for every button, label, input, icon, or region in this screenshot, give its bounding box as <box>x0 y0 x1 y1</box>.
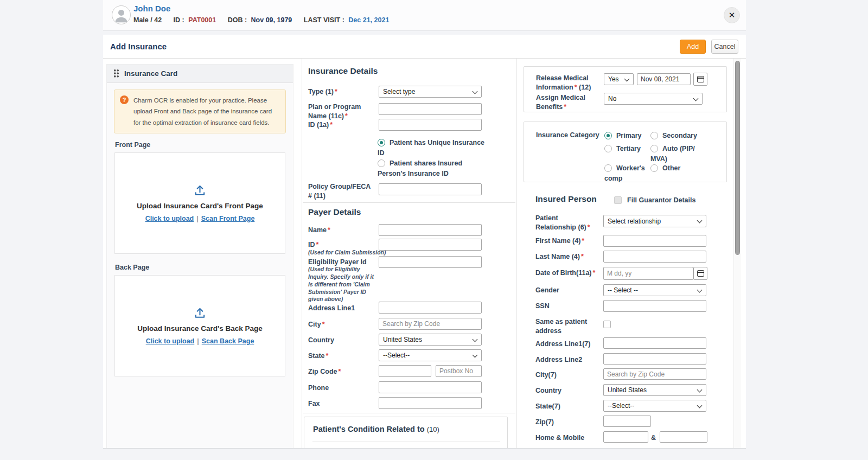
radio-primary[interactable]: Primary <box>604 131 642 141</box>
last-name-label: Last Name (4)* <box>535 252 603 261</box>
condition-number: (10) <box>427 425 439 433</box>
radio-shared-insurance-id[interactable]: Patient shares Insured Person's Insuranc… <box>378 158 485 179</box>
assign-benefits-label: Assign Medical Benefits* <box>536 93 601 112</box>
first-name-input[interactable] <box>603 235 706 247</box>
assign-benefits-select[interactable]: No <box>604 93 703 105</box>
patient-avatar <box>112 5 131 24</box>
payer-postbox-input[interactable] <box>436 365 482 377</box>
payer-phone-label: Phone <box>308 384 375 393</box>
gender-select[interactable]: -- Select -- <box>603 284 706 296</box>
radio-tertiary[interactable]: Tertiary <box>604 144 641 154</box>
release-date-input[interactable] <box>637 73 691 85</box>
eligibility-payer-id-input[interactable] <box>379 256 482 268</box>
payer-country-select[interactable]: United States <box>379 334 482 346</box>
patient-name[interactable]: John Doe <box>133 4 170 13</box>
insured-zip-label: Zip(7) <box>535 418 603 427</box>
payer-name-label: Name* <box>308 226 375 235</box>
payer-address1-label: Address Line1 <box>308 304 375 313</box>
close-button[interactable]: ✕ <box>724 7 740 23</box>
patient-dob-value: Nov 09, 1979 <box>251 16 292 24</box>
insured-zip-input[interactable] <box>603 416 651 427</box>
patient-last-visit-label: LAST VISIT : <box>304 16 344 24</box>
fill-guarantor-row[interactable]: Fill Guarantor Details <box>614 195 695 206</box>
insured-address1-label: Address Line1(7) <box>535 340 603 349</box>
plan-name-input[interactable] <box>379 103 482 115</box>
eligibility-note: (Used for Eligibility Inquiry. Specify o… <box>308 266 379 303</box>
patient-last-visit-value[interactable]: Dec 21, 2021 <box>348 16 389 24</box>
toolbar: Add Insurance Add Cancel <box>103 35 746 59</box>
insurance-id-input[interactable] <box>379 119 482 131</box>
patient-id-label: ID : <box>174 16 184 24</box>
radio-icon <box>650 145 658 152</box>
radio-icon <box>604 145 612 152</box>
patient-header: John Doe Male / 42 ID : PAT0001 DOB : No… <box>103 0 746 31</box>
radio-icon <box>650 132 658 139</box>
release-box: Release Medical Information* (12) Yes As… <box>524 66 727 112</box>
insurance-category-label: Insurance Category <box>536 131 601 140</box>
policy-group-label: Policy Group/FECA # (11) <box>308 182 375 201</box>
insured-address2-input[interactable] <box>603 353 706 365</box>
release-medical-select[interactable]: Yes <box>604 73 634 85</box>
info-icon: ? <box>120 95 129 104</box>
insured-country-select[interactable]: United States <box>603 384 706 396</box>
calendar-icon <box>697 270 704 277</box>
insured-address1-input[interactable] <box>603 337 706 349</box>
payer-state-select[interactable]: --Select-- <box>379 349 482 361</box>
drag-handle-icon[interactable] <box>113 69 119 78</box>
payer-address1-input[interactable] <box>379 302 482 314</box>
back-scan-link[interactable]: Scan Back Page <box>202 337 254 345</box>
back-click-to-upload-link[interactable]: Click to upload <box>146 337 195 345</box>
type-select[interactable]: Select type <box>379 86 482 98</box>
gender-label: Gender <box>535 286 603 295</box>
ssn-input[interactable] <box>603 300 706 312</box>
same-address-checkbox[interactable] <box>603 321 611 328</box>
payer-fax-label: Fax <box>308 399 375 408</box>
payer-zip-input[interactable] <box>379 365 431 377</box>
insured-dob-calendar-button[interactable] <box>693 267 707 280</box>
front-click-to-upload-link[interactable]: Click to upload <box>145 215 194 222</box>
insured-city-input[interactable] <box>603 368 706 380</box>
ocr-notice-text: Charm OCR is enabled for your practice. … <box>133 97 272 126</box>
radio-auto[interactable]: Auto (PIP/ MVA) <box>650 144 700 164</box>
payer-fax-input[interactable] <box>379 397 482 409</box>
radio-unique-insurance-id[interactable]: Patient has Unique Insurance ID <box>378 138 486 158</box>
section-title-insured-person: Insured Person <box>535 194 597 204</box>
radio-secondary[interactable]: Secondary <box>650 131 697 141</box>
last-name-input[interactable] <box>603 251 706 263</box>
payer-id-input[interactable] <box>379 239 482 251</box>
plan-name-label: Plan or Program Name (11c)* <box>308 103 375 121</box>
section-divider <box>303 413 515 413</box>
condition-divider <box>312 442 500 442</box>
cancel-button[interactable]: Cancel <box>711 40 738 54</box>
chevron-down-icon <box>697 387 703 393</box>
mobile-phone-input[interactable] <box>660 431 707 443</box>
chevron-down-icon <box>697 288 703 293</box>
insurance-id-label: ID (1a)* <box>308 120 375 130</box>
guarantor-checkbox[interactable] <box>614 196 622 204</box>
section-title-payer-details: Payer Details <box>308 207 361 217</box>
first-name-label: First Name (4)* <box>535 237 603 246</box>
release-date-calendar-button[interactable] <box>693 73 707 86</box>
add-button[interactable]: Add <box>680 40 706 54</box>
patient-meta: Male / 42 ID : PAT0001 DOB : Nov 09, 197… <box>133 16 389 24</box>
payer-phone-input[interactable] <box>379 381 482 393</box>
ssn-label: SSN <box>535 302 603 311</box>
back-upload-text: Upload Insurance Card's Back Page <box>137 324 263 333</box>
insured-state-select[interactable]: --Select-- <box>603 400 706 412</box>
relationship-select[interactable]: Select relationship <box>603 215 706 227</box>
insurance-card-header: Insurance Card <box>107 65 293 83</box>
scrollbar-thumb[interactable] <box>735 61 740 255</box>
insured-dob-input[interactable] <box>603 267 693 280</box>
policy-group-input[interactable] <box>379 183 482 195</box>
radio-other[interactable]: Other <box>650 163 680 174</box>
radio-workers-comp[interactable]: Worker's comp <box>604 163 647 184</box>
payer-city-input[interactable] <box>379 318 482 330</box>
insurance-card-title: Insurance Card <box>124 69 177 78</box>
front-upload-text: Upload Insurance Card's Front Page <box>137 202 263 210</box>
front-scan-link[interactable]: Scan Front Page <box>201 215 255 222</box>
payer-name-input[interactable] <box>379 224 482 236</box>
add-insurance-panel: Add Insurance Add Cancel Insurance Card … <box>103 35 746 449</box>
insured-address2-label: Address Line2 <box>535 355 603 365</box>
home-phone-input[interactable] <box>603 431 648 443</box>
front-upload-card: Upload Insurance Card's Front Page Click… <box>114 152 285 254</box>
